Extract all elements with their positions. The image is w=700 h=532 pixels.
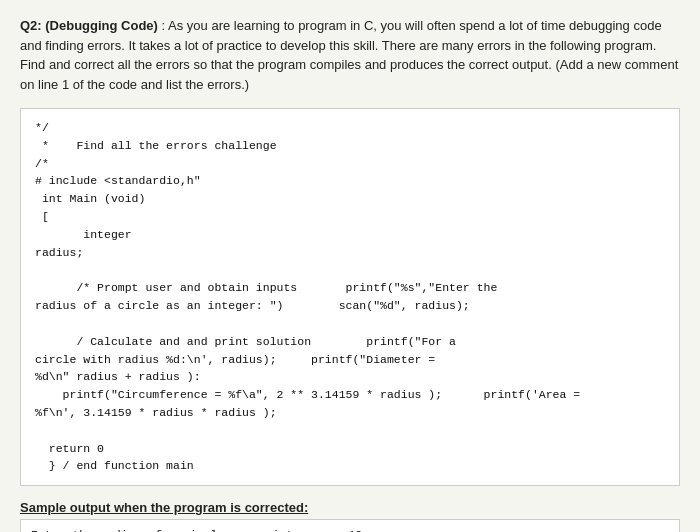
code-content: */ * Find all the errors challenge /* # … (35, 121, 580, 472)
question-text: Q2: (Debugging Code) : As you are learni… (20, 16, 680, 94)
question-block: Q2: (Debugging Code) : As you are learni… (20, 16, 680, 532)
sample-output-label: Sample output when the program is correc… (20, 500, 680, 515)
question-label: Q2: (Debugging Code) (20, 18, 158, 33)
sample-output-content: Enter the radius of a circle as an integ… (20, 519, 680, 532)
code-block: */ * Find all the errors challenge /* # … (20, 108, 680, 486)
